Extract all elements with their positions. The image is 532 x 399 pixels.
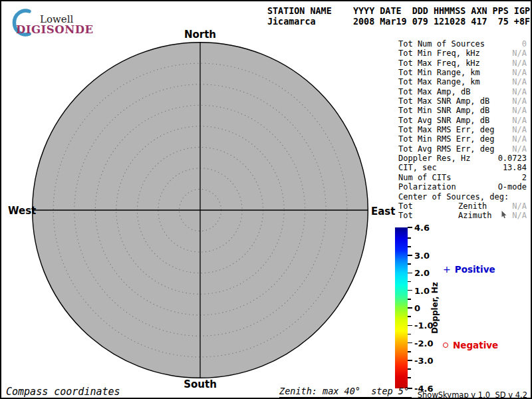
version-note: ShowSkymap v 1.0 SD v 4.2 [418, 390, 527, 399]
colorbar-minor-tick [408, 263, 411, 265]
stat-label: Center of Sources, deg: [398, 192, 509, 201]
plus-marker-icon: + [443, 264, 451, 275]
colorbar-tick-label: 4.6 [414, 223, 430, 233]
colorbar-major-tick [408, 342, 412, 344]
circle-marker-icon [443, 342, 448, 348]
stat-label: Tot Min RMS Err, deg [398, 134, 495, 144]
stat-value: N/A [512, 68, 527, 77]
stat-label: Tot Min Freq, kHz [398, 49, 480, 58]
stat-label: Tot Min SNR Amp, dB [398, 106, 489, 115]
station-header: STATION NAME YYYY DATE DDD HHMMSS AXN PP… [267, 6, 530, 27]
colorbar-gradient [395, 227, 408, 388]
mouse-cursor-icon [501, 209, 508, 221]
colorbar-tick-label: 2.0 [414, 268, 430, 278]
stat-value: N/A [512, 106, 527, 115]
colorbar-minor-tick [408, 281, 411, 283]
colorbar-minor-tick [408, 377, 411, 378]
colorbar-major-tick [408, 227, 412, 228]
colorbar-minor-tick [408, 246, 411, 247]
stat-value: O-mode [498, 182, 527, 192]
stats-row: Tot Min Freq, kHzN/A [398, 49, 527, 58]
stats-row: Tot Min SNR Amp, dBN/A [398, 106, 527, 115]
colorbar-major-tick [408, 273, 412, 274]
colorbar-minor-tick [408, 237, 411, 239]
stat-value: N/A [512, 125, 527, 134]
stat-label: Tot Min Range, km [398, 68, 480, 77]
stats-row: Doppler Res, Hz0.0723 [398, 154, 527, 163]
colorbar-major-tick [408, 360, 412, 361]
stats-row: PolarizationO-mode [398, 182, 527, 192]
skymap-plot [31, 41, 369, 379]
stat-value: N/A [512, 49, 527, 58]
stats-row: Num of CITs2 [398, 173, 527, 182]
stats-row: Center of Sources, deg: [398, 192, 527, 201]
stat-label: Tot Avg SNR Amp, dB [398, 116, 489, 125]
stat-label: Tot [398, 201, 413, 211]
stat-value: 0 [522, 39, 527, 49]
stat-label: Doppler Res, Hz [398, 154, 470, 163]
station-header-labels: STATION NAME YYYY DATE DDD HHMMSS AXN PP… [267, 6, 530, 16]
stat-sublabel: Azimuth [458, 211, 492, 220]
stat-label: Tot Max RMS Err, deg [398, 125, 495, 134]
stat-value: 13.84 [503, 163, 527, 172]
colorbar-major-tick [408, 255, 412, 256]
stats-panel: Tot Num of Sources0Tot Min Freq, kHzN/AT… [398, 39, 527, 221]
compass-label-east: East [371, 205, 395, 217]
zenith-range-note: Zenith: max 40° step 5° [279, 386, 412, 398]
stat-label: Tot [398, 211, 413, 220]
colorbar-minor-tick [408, 334, 411, 335]
stat-label: Tot Avg RMS Err, deg [398, 144, 495, 154]
legend-negative-label: Negative [453, 340, 498, 350]
colorbar-tick-label: 1.0 [414, 285, 430, 295]
stats-row: Tot Min RMS Err, degN/A [398, 134, 527, 144]
colorbar-minor-tick [408, 368, 411, 370]
coordinates-mode-note: Compass coordinates [6, 386, 140, 399]
colorbar-tick-label: 0 [414, 303, 420, 313]
stats-row: Tot Min Range, kmN/A [398, 68, 527, 77]
colorbar-minor-tick [408, 299, 411, 300]
stats-row: CIT, sec13.84 [398, 163, 527, 172]
legend-positive-label: Positive [455, 264, 495, 275]
stats-row: Tot Max SNR Amp, dBN/A [398, 96, 527, 106]
colorbar-major-tick [408, 290, 412, 291]
stat-label: Polarization [398, 182, 456, 192]
stat-value: N/A [512, 87, 527, 96]
colorbar-major-tick [408, 325, 412, 327]
stats-row: Tot Avg RMS Err, degN/A [398, 144, 527, 154]
stats-row: Tot Max RMS Err, degN/A [398, 125, 527, 134]
stat-label: Tot Max SNR Amp, dB [398, 96, 489, 106]
stats-row: Tot Max Amp, dBN/A [398, 87, 527, 96]
stat-label: Tot Max Freq, kHz [398, 59, 480, 68]
stat-sublabel: Zenith [458, 201, 487, 211]
stat-value: N/A [512, 134, 527, 144]
colorbar-tick-label: -2.0 [414, 338, 433, 348]
station-header-values: Jicamarca 2008 Mar19 079 121028 417 75 +… [267, 17, 530, 27]
colorbar-tick-label: 3.0 [414, 251, 430, 261]
stat-label: Num of CITs [398, 173, 451, 182]
colorbar-tick-label: -3.0 [414, 355, 433, 365]
colorbar-minor-tick [408, 351, 411, 352]
stat-label: Tot Max Range, km [398, 77, 480, 86]
compass-label-north: North [184, 29, 216, 41]
legend-negative: Negative [443, 340, 498, 350]
digisonde-logo: Lowell DIGISONDE [7, 7, 113, 39]
logo-digisonde-text: DIGISONDE [16, 23, 94, 36]
stat-value: N/A [512, 116, 527, 125]
stat-label: Tot Num of Sources [398, 39, 485, 49]
colorbar-minor-tick [408, 316, 411, 317]
legend-positive: +Positive [443, 264, 495, 275]
stat-value: N/A [512, 96, 527, 106]
stat-value: 0.0723 [498, 154, 527, 163]
compass-label-south: South [184, 378, 217, 390]
stat-label: CIT, sec [398, 163, 437, 172]
stats-row: Tot Max Range, kmN/A [398, 77, 527, 86]
stats-row: Tot Max Freq, kHzN/A [398, 59, 527, 68]
stat-value: N/A [512, 201, 527, 211]
stat-value: 2 [522, 173, 527, 182]
stat-value: N/A [512, 144, 527, 154]
stats-row: Tot Num of Sources0 [398, 39, 527, 49]
compass-label-west: West [8, 205, 36, 217]
stat-label: Tot Max Amp, dB [398, 87, 470, 96]
stats-row: Tot Avg SNR Amp, dBN/A [398, 116, 527, 125]
showskymap-window: Lowell DIGISONDE STATION NAME YYYY DATE … [0, 0, 532, 399]
